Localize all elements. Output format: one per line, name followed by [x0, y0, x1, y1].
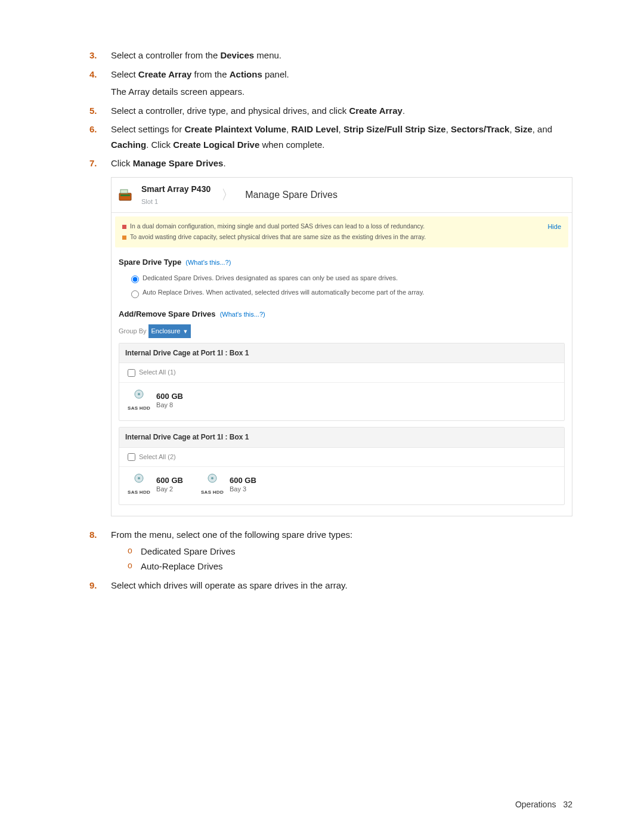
step-text: From the menu, select one of the followi…: [111, 529, 352, 540]
step-number: 4.: [89, 67, 97, 82]
sub-text: Dedicated Spare Drives: [141, 546, 235, 556]
bullet-marker: o: [128, 544, 132, 558]
step-number: 7.: [89, 156, 97, 171]
bold-manage-spare: Manage Spare Drives: [133, 158, 224, 168]
group-by-row: Group By Enclosure▼: [119, 324, 565, 338]
step-number: 3.: [89, 48, 97, 63]
text: .: [402, 106, 405, 116]
spare-drive-type-section: Spare Drive Type (What's this...?) Dedic…: [112, 251, 572, 303]
hdd-icon: [134, 473, 144, 487]
select-all-checkbox[interactable]: [128, 453, 135, 461]
bold: Create Logical Drive: [173, 140, 259, 150]
select-all-label: Select All (2): [139, 453, 176, 460]
bold: RAID Level: [291, 124, 338, 134]
hdd-icon: [207, 473, 218, 487]
select-all-checkbox[interactable]: [128, 369, 135, 377]
bullet-square-icon: [122, 236, 126, 240]
drive-kind: SAS HDD: [128, 404, 150, 413]
notice-line: In a dual domain configuration, mixing s…: [130, 222, 425, 230]
drive-size: 600 GB: [156, 476, 183, 485]
drive-item[interactable]: SAS HDD 600 GB Bay 2: [128, 473, 183, 496]
document-page: 3. Select a controller from the Devices …: [0, 0, 644, 833]
drive-kind: SAS HDD: [201, 488, 224, 497]
step-body: Select a controller, drive type, and phy…: [111, 103, 572, 119]
svg-point-4: [138, 393, 140, 395]
step-body: From the menu, select one of the followi…: [111, 527, 572, 574]
step-5: 5. Select a controller, drive type, and …: [89, 103, 572, 119]
group-by-select[interactable]: Enclosure▼: [148, 324, 191, 338]
radio-input[interactable]: [131, 275, 139, 283]
hide-link[interactable]: Hide: [547, 221, 561, 233]
product-slot: Slot 1: [141, 196, 210, 208]
radio-auto-replace[interactable]: Auto Replace Drives. When activated, sel…: [128, 287, 565, 298]
whats-this-link[interactable]: (What's this...?): [220, 311, 265, 318]
step-body: Select a controller from the Devices men…: [111, 48, 572, 63]
bold-create-array: Create Array: [138, 69, 192, 79]
svg-point-8: [211, 477, 213, 479]
text: Select a controller, drive type, and phy…: [111, 106, 349, 116]
bold: Sectors/Track: [451, 124, 509, 134]
text: when complete.: [259, 140, 324, 150]
drive-list: SAS HDD 600 GB Bay 8: [119, 383, 564, 420]
enclosure-title: Internal Drive Cage at Port 1I : Box 1: [119, 428, 564, 447]
caret-down-icon: ▼: [180, 329, 188, 335]
sub-list: oDedicated Spare Drives oAuto-Replace Dr…: [128, 544, 572, 574]
drive-item[interactable]: SAS HDD 600 GB Bay 8: [128, 389, 183, 412]
text: ,: [446, 124, 451, 134]
text: Select a controller from the: [111, 50, 220, 60]
step-4: 4. Select Create Array from the Actions …: [89, 67, 572, 100]
screenshot-mock: Smart Array P430 Slot 1 〉 Manage Spare D…: [111, 177, 572, 517]
bold-actions: Actions: [230, 69, 262, 79]
bold-devices: Devices: [220, 50, 254, 60]
select-all-label: Select All (1): [139, 368, 176, 376]
bold-create-array: Create Array: [349, 106, 402, 116]
hdd-icon: [134, 389, 144, 403]
footer-page-number: 32: [563, 800, 572, 809]
sub-item: oDedicated Spare Drives: [128, 544, 572, 559]
bold: Strip Size/Full Strip Size: [343, 124, 446, 134]
footer-section: Operations: [515, 800, 556, 809]
enclosure-title: Internal Drive Cage at Port 1I : Box 1: [119, 343, 564, 363]
text: panel.: [262, 69, 289, 79]
select-all-row[interactable]: Select All (1): [119, 363, 564, 383]
drive-kind: SAS HDD: [128, 488, 150, 497]
select-all-row[interactable]: Select All (2): [119, 448, 564, 467]
bullet-square-icon: [122, 225, 126, 229]
breadcrumb-page: Manage Spare Drives: [245, 187, 338, 203]
enclosure-block: Internal Drive Cage at Port 1I : Box 1 S…: [119, 343, 565, 421]
radio-input[interactable]: [131, 290, 139, 298]
controller-card-icon: [119, 188, 134, 202]
step-7: 7. Click Manage Spare Drives. Smart A: [89, 156, 572, 516]
whats-this-link[interactable]: (What's this...?): [185, 259, 231, 266]
drive-bay: Bay 8: [156, 401, 183, 409]
step-body: Select Create Array from the Actions pan…: [111, 67, 572, 100]
step-3: 3. Select a controller from the Devices …: [89, 48, 572, 63]
text: .: [223, 158, 225, 168]
sub-text: Auto-Replace Drives: [141, 561, 223, 571]
svg-rect-1: [120, 194, 130, 196]
step-text: Select which drives will operate as spar…: [111, 580, 348, 590]
breadcrumb-product: Smart Array P430 Slot 1: [141, 182, 210, 208]
radio-label: Dedicated Spare Drives. Drives designate…: [143, 274, 398, 281]
text: menu.: [254, 50, 281, 60]
section-heading: Add/Remove Spare Drives: [119, 309, 216, 318]
text: Select settings for: [111, 124, 184, 134]
radio-dedicated[interactable]: Dedicated Spare Drives. Drives designate…: [128, 272, 565, 284]
step-note: The Array details screen appears.: [111, 84, 572, 100]
step-number: 6.: [89, 122, 97, 137]
drive-item[interactable]: SAS HDD 600 GB Bay 3: [201, 473, 256, 496]
text: . Click: [146, 140, 173, 150]
notice-banner: Hide In a dual domain configuration, mix…: [115, 216, 568, 247]
step-8: 8. From the menu, select one of the foll…: [89, 527, 572, 574]
bold: Size: [515, 124, 532, 134]
step-6: 6. Select settings for Create Plaintext …: [89, 122, 572, 152]
step-9: 9. Select which drives will operate as s…: [89, 578, 572, 593]
step-body: Select settings for Create Plaintext Vol…: [111, 122, 572, 152]
drive-list: SAS HDD 600 GB Bay 2: [119, 467, 564, 504]
step-body: Click Manage Spare Drives.: [111, 156, 572, 171]
drive-size: 600 GB: [156, 392, 183, 401]
step-number: 5.: [89, 103, 97, 119]
sub-item: oAuto-Replace Drives: [128, 559, 572, 574]
bold: Caching: [111, 140, 146, 150]
step-body: Select which drives will operate as spar…: [111, 578, 572, 593]
